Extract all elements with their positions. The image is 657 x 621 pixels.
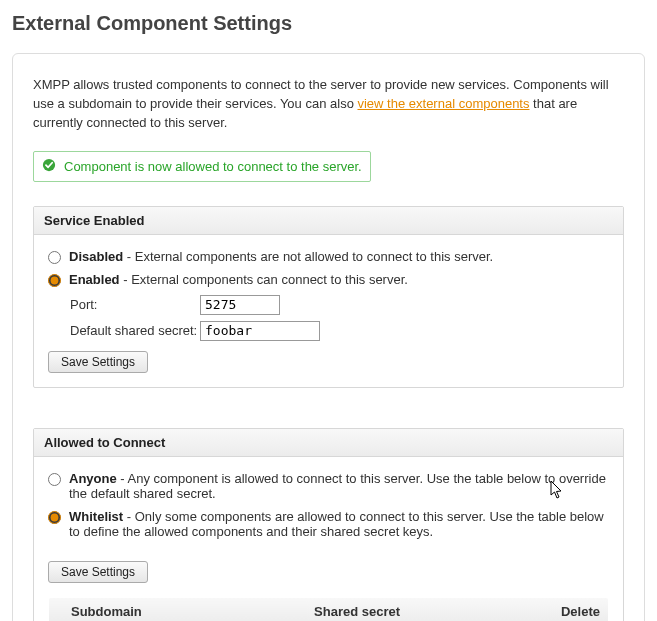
th-subdomain: Subdomain (49, 597, 307, 621)
enabled-label: Enabled (69, 272, 120, 287)
anyone-desc: - Any component is allowed to connect to… (69, 471, 606, 501)
th-delete: Delete (549, 597, 609, 621)
components-table: Subdomain Shared secret Delete 1 wave **… (48, 597, 609, 621)
save-service-button[interactable]: Save Settings (48, 351, 148, 373)
intro-text: XMPP allows trusted components to connec… (33, 76, 624, 133)
anyone-option[interactable]: Anyone - Any component is allowed to con… (69, 471, 609, 501)
disabled-radio[interactable] (48, 251, 61, 264)
allowed-section: Allowed to Connect Anyone - Any componen… (33, 428, 624, 621)
disabled-option[interactable]: Disabled - External components are not a… (69, 249, 609, 264)
enabled-option[interactable]: Enabled - External components can connec… (69, 272, 609, 287)
disabled-desc: - External components are not allowed to… (123, 249, 493, 264)
view-components-link[interactable]: view the external components (357, 96, 529, 111)
success-banner: Component is now allowed to connect to t… (33, 151, 371, 182)
anyone-label: Anyone (69, 471, 117, 486)
th-secret: Shared secret (306, 597, 548, 621)
service-enabled-header: Service Enabled (34, 207, 623, 235)
success-text: Component is now allowed to connect to t… (64, 159, 362, 174)
disabled-label: Disabled (69, 249, 123, 264)
page-title: External Component Settings (12, 12, 645, 35)
whitelist-desc: - Only some components are allowed to co… (69, 509, 604, 539)
whitelist-option[interactable]: Whitelist - Only some components are all… (69, 509, 609, 539)
service-enabled-section: Service Enabled Disabled - External comp… (33, 206, 624, 388)
port-label: Port: (70, 297, 200, 312)
check-icon (42, 158, 56, 175)
default-secret-label: Default shared secret: (70, 323, 200, 338)
save-allowed-button[interactable]: Save Settings (48, 561, 148, 583)
enabled-desc: - External components can connect to thi… (120, 272, 408, 287)
default-secret-input[interactable] (200, 321, 320, 341)
settings-card: XMPP allows trusted components to connec… (12, 53, 645, 621)
anyone-radio[interactable] (48, 473, 61, 486)
port-input[interactable] (200, 295, 280, 315)
enabled-radio[interactable] (48, 274, 61, 287)
whitelist-radio[interactable] (48, 511, 61, 524)
whitelist-label: Whitelist (69, 509, 123, 524)
allowed-header: Allowed to Connect (34, 429, 623, 457)
